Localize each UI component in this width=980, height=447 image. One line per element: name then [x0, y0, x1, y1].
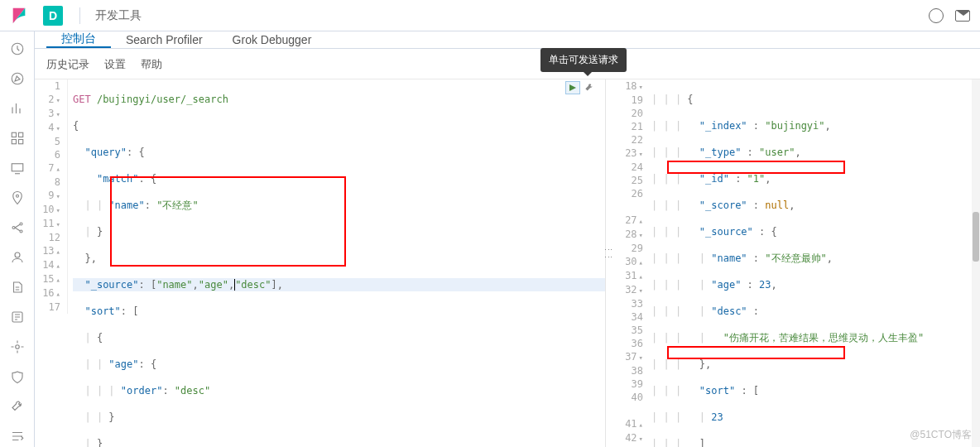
line-gutter: 12▾3▾4▾567▴89▾10▾11▾1213▴14▴15▴16▴17 — [35, 79, 68, 314]
uptime-icon[interactable] — [10, 339, 25, 354]
scrollbar-thumb[interactable] — [973, 212, 979, 262]
canvas-icon[interactable] — [10, 161, 25, 175]
svg-point-9 — [20, 223, 22, 225]
tab-grok-debugger[interactable]: Grok Debugger — [218, 31, 327, 48]
svg-rect-6 — [12, 164, 23, 171]
svg-point-7 — [16, 195, 18, 197]
http-method: GET — [73, 94, 91, 105]
svg-point-11 — [15, 252, 20, 257]
dev-tools-icon[interactable] — [10, 399, 25, 414]
app-badge: D — [43, 6, 63, 26]
subnav-history[interactable]: 历史记录 — [46, 57, 89, 72]
scrollbar[interactable] — [972, 79, 980, 447]
sidebar — [0, 31, 35, 447]
watermark: @51CTO博客 — [910, 428, 972, 442]
svg-rect-5 — [18, 140, 22, 144]
send-request-button[interactable] — [565, 81, 580, 94]
request-editor[interactable]: 单击可发送请求 12▾3▾4▾567▴89▾10▾11▾1213▴14▴15▴1… — [35, 79, 606, 447]
subnav-settings[interactable]: 设置 — [104, 57, 126, 72]
logs-icon[interactable] — [10, 280, 25, 295]
subnav-help[interactable]: 帮助 — [141, 57, 162, 72]
visualize-icon[interactable] — [10, 101, 25, 116]
svg-point-13 — [15, 345, 19, 349]
svg-point-8 — [12, 227, 15, 229]
apm-icon[interactable] — [10, 310, 25, 324]
metrics-icon[interactable] — [10, 250, 25, 265]
tab-console[interactable]: 控制台 — [46, 31, 111, 48]
svg-rect-2 — [12, 132, 16, 137]
tabs: 控制台 Search Profiler Grok Debugger — [35, 31, 980, 49]
tab-search-profiler[interactable]: Search Profiler — [111, 31, 218, 48]
dashboard-icon[interactable] — [10, 131, 25, 146]
tooltip-send-request: 单击可发送请求 — [540, 48, 627, 72]
wrench-icon[interactable] — [582, 81, 597, 94]
endpoint-path: /bujingyi/user/_search — [91, 94, 228, 105]
collapse-icon[interactable] — [10, 429, 25, 444]
help-icon[interactable] — [929, 8, 944, 23]
response-editor[interactable]: 18▾1920212223▾24252627▴28▾2930▴31▴32▾333… — [606, 79, 980, 447]
app-title: 开发工具 — [95, 8, 142, 23]
siem-icon[interactable] — [10, 369, 25, 384]
kibana-logo[interactable] — [10, 7, 28, 25]
svg-rect-3 — [18, 132, 22, 137]
subnav: 历史记录 设置 帮助 — [35, 49, 980, 79]
discover-icon[interactable] — [10, 71, 25, 86]
divider — [79, 7, 80, 24]
mail-icon[interactable] — [955, 10, 970, 22]
response-code: | | | { | | | "_index" : "bujingyi", | |… — [651, 79, 980, 447]
ml-icon[interactable] — [10, 220, 25, 235]
svg-point-1 — [12, 73, 23, 84]
maps-icon[interactable] — [10, 190, 25, 205]
top-bar: D 开发工具 — [0, 0, 980, 31]
svg-point-10 — [20, 230, 22, 233]
svg-rect-4 — [12, 140, 16, 144]
recent-icon[interactable] — [10, 41, 25, 56]
request-code[interactable]: GET /bujingyi/user/_search { "query": { … — [68, 79, 605, 447]
line-gutter-right: 18▾1920212223▾24252627▴28▾2930▴31▴32▾333… — [606, 79, 651, 447]
